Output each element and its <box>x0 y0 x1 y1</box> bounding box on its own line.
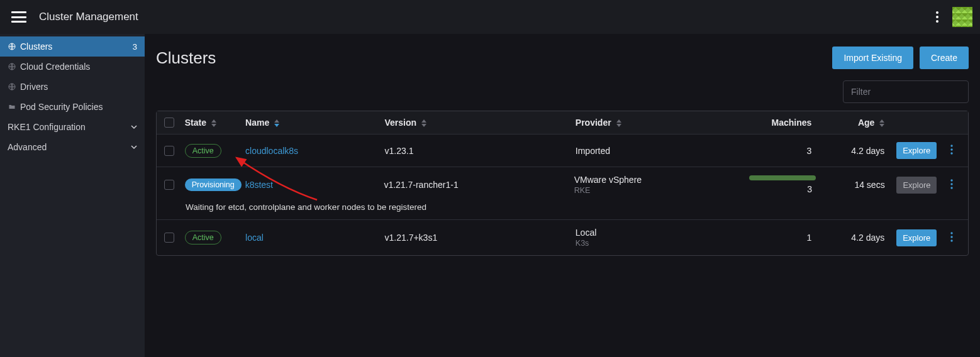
cluster-machines: 1 <box>751 233 811 243</box>
kebab-menu-icon[interactable] <box>928 8 946 26</box>
svg-point-7 <box>950 148 952 150</box>
svg-point-12 <box>950 232 952 234</box>
sidebar-group-advanced[interactable]: Advanced <box>0 137 145 157</box>
col-version[interactable]: Version <box>385 118 576 128</box>
app-title: Cluster Management <box>39 11 138 23</box>
cluster-name-link[interactable]: k8stest <box>245 180 273 190</box>
sort-icon <box>879 119 884 127</box>
explore-button[interactable]: Explore <box>896 142 937 159</box>
row-kebab-icon[interactable] <box>950 234 953 244</box>
create-button[interactable]: Create <box>920 47 969 69</box>
svg-point-10 <box>950 183 952 185</box>
sidebar-group-label: RKE1 Configuration <box>8 122 86 132</box>
cluster-machines: 3 <box>749 184 812 194</box>
sidebar-group-label: Advanced <box>8 142 47 152</box>
table-row: Activecloudlocalk8sv1.23.1Imported34.2 d… <box>157 135 968 167</box>
sort-icon <box>616 119 621 127</box>
table-row: Provisioningk8stestv1.21.7-rancher1-1VMw… <box>157 167 968 220</box>
filter-input[interactable] <box>843 80 969 103</box>
svg-point-0 <box>936 11 938 14</box>
sort-icon <box>421 119 426 127</box>
svg-point-1 <box>936 16 938 18</box>
svg-point-8 <box>950 152 952 154</box>
cluster-name-link[interactable]: local <box>245 233 264 243</box>
sort-icon <box>274 119 279 127</box>
sidebar-item-pod-security-policies[interactable]: Pod Security Policies <box>0 97 145 117</box>
explore-button: Explore <box>896 177 937 194</box>
row-kebab-icon[interactable] <box>950 181 953 191</box>
explore-button[interactable]: Explore <box>896 229 937 246</box>
avatar[interactable] <box>952 7 972 27</box>
cluster-name-link[interactable]: cloudlocalk8s <box>245 146 298 156</box>
page-title: Clusters <box>156 48 216 68</box>
cluster-version: v1.21.7-rancher1-1 <box>384 180 574 190</box>
folder-icon <box>8 102 16 111</box>
cluster-provider: VMware vSphere <box>574 175 749 185</box>
row-checkbox[interactable] <box>164 233 174 243</box>
sidebar-item-label: Cloud Credentials <box>20 62 90 72</box>
clusters-table: State Name Version <box>156 111 969 256</box>
status-badge: Active <box>185 231 221 244</box>
sidebar-item-label: Clusters <box>20 41 52 52</box>
sidebar-item-badge: 3 <box>133 42 137 52</box>
col-age[interactable]: Age <box>818 118 891 128</box>
table-row: Activelocalv1.21.7+k3s1LocalK3s14.2 days… <box>157 220 968 255</box>
svg-point-6 <box>950 145 952 146</box>
chevron-down-icon <box>131 142 137 152</box>
status-badge: Active <box>185 144 221 158</box>
row-checkbox[interactable] <box>164 146 174 156</box>
cluster-provider: Imported <box>576 146 751 156</box>
sort-icon <box>211 119 216 127</box>
cluster-age: 14 secs <box>818 180 891 190</box>
topbar: Cluster Management <box>0 0 980 34</box>
row-kebab-icon[interactable] <box>950 146 953 157</box>
col-machines[interactable]: Machines <box>751 118 818 128</box>
import-existing-button[interactable]: Import Existing <box>832 47 913 69</box>
cluster-provider-sub: K3s <box>576 239 751 248</box>
sidebar-item-cloud-credentials[interactable]: Cloud Credentials <box>0 57 145 77</box>
sidebar-item-clusters[interactable]: Clusters 3 <box>0 36 145 57</box>
page-header: Clusters Import Existing Create <box>156 47 969 69</box>
cluster-age: 4.2 days <box>818 146 891 156</box>
table-header: State Name Version <box>157 111 968 135</box>
sidebar-group-rke1[interactable]: RKE1 Configuration <box>0 117 145 137</box>
cluster-version: v1.21.7+k3s1 <box>385 233 576 243</box>
row-status-note: Waiting for etcd, controlplane and worke… <box>157 202 968 219</box>
cluster-age: 4.2 days <box>818 233 891 243</box>
svg-point-11 <box>950 187 952 189</box>
sidebar-item-drivers[interactable]: Drivers <box>0 77 145 97</box>
col-state[interactable]: State <box>185 118 245 128</box>
globe-icon <box>8 42 16 51</box>
globe-icon <box>8 62 16 71</box>
svg-point-9 <box>950 179 952 181</box>
sidebar-item-label: Drivers <box>20 82 48 92</box>
sidebar: Clusters 3 Cloud Credentials Drivers Pod… <box>0 34 145 357</box>
cluster-provider-sub: RKE <box>574 186 749 195</box>
col-name[interactable]: Name <box>245 118 384 128</box>
chevron-down-icon <box>131 122 137 132</box>
svg-point-14 <box>950 239 952 241</box>
row-checkbox[interactable] <box>164 180 174 190</box>
svg-point-2 <box>936 20 938 23</box>
progress-bar <box>749 175 816 180</box>
menu-icon[interactable] <box>11 11 26 23</box>
sidebar-item-label: Pod Security Policies <box>20 102 103 112</box>
col-provider[interactable]: Provider <box>576 118 751 128</box>
globe-icon <box>8 82 16 91</box>
cluster-provider: Local <box>576 228 751 238</box>
svg-point-13 <box>950 236 952 238</box>
status-badge: Provisioning <box>185 178 242 191</box>
select-all-checkbox[interactable] <box>164 118 174 128</box>
cluster-machines: 3 <box>751 146 811 156</box>
main-content: Clusters Import Existing Create State Na… <box>145 34 980 357</box>
cluster-version: v1.23.1 <box>385 146 576 156</box>
